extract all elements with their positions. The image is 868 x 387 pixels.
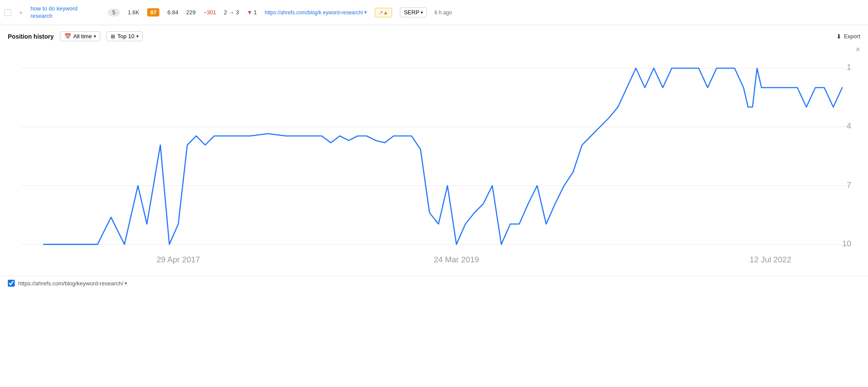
serp-button[interactable]: SERP ▾ (400, 7, 426, 17)
serp-caret-icon: ▾ (421, 10, 423, 15)
grid-icon: ⊞ (111, 33, 115, 40)
svg-text:7: 7 (847, 180, 851, 189)
bottom-url-caret-icon: ▾ (125, 281, 127, 286)
keyword-link[interactable]: how to do keyword research (30, 5, 100, 20)
close-button[interactable]: × (855, 46, 860, 53)
arrow-down-icon: ▼ (247, 9, 252, 16)
export-button[interactable]: ⬇ Export (836, 33, 860, 40)
export-icon: ⬇ (836, 33, 842, 40)
badge-number: 5 (108, 9, 120, 17)
alltime-filter-button[interactable]: 📅 All time ▾ (60, 31, 101, 41)
trend-button[interactable]: ↗▲ (375, 8, 392, 17)
row-checkbox[interactable] (4, 9, 11, 16)
chart-container: × 1 4 7 10 29 Apr 2017 24 Mar 2019 12 Ju… (8, 46, 860, 271)
bottom-url-text: https://ahrefs.com/blog/keyword-research… (18, 280, 123, 287)
bottom-url-link[interactable]: https://ahrefs.com/blog/keyword-research… (18, 280, 127, 287)
alltime-caret-icon: ▾ (94, 34, 96, 39)
url-checkbox[interactable] (8, 280, 15, 287)
position-change: −301 (203, 9, 216, 16)
position-history-title: Position history (8, 33, 54, 40)
url-link[interactable]: https://ahrefs.com/blog/k eyword-researc… (265, 10, 367, 16)
svg-text:4: 4 (847, 121, 851, 130)
trend-icon: ↗▲ (379, 10, 388, 16)
svg-text:29 Apr 2017: 29 Apr 2017 (156, 255, 200, 264)
kd-score: 87 (147, 8, 159, 17)
top10-filter-button[interactable]: ⊞ Top 10 ▾ (106, 31, 143, 41)
bottom-url-row: https://ahrefs.com/blog/keyword-research… (0, 276, 868, 292)
expand-plus[interactable]: + (19, 9, 23, 16)
svg-text:1: 1 (847, 63, 851, 72)
volume-value: 1.6K (128, 9, 139, 16)
svg-text:10: 10 (842, 239, 851, 248)
export-label: Export (844, 33, 860, 40)
cpc-value: 6.84 (167, 9, 178, 16)
time-ago: 6 h ago (435, 10, 452, 16)
position-history-header: Position history 📅 All time ▾ ⊞ Top 10 ▾… (0, 25, 868, 46)
calendar-icon: 📅 (64, 33, 71, 40)
svg-text:24 Mar 2019: 24 Mar 2019 (434, 255, 479, 264)
svg-text:12 Jul 2022: 12 Jul 2022 (749, 255, 791, 264)
top10-caret-icon: ▾ (136, 34, 139, 39)
position-history-chart: 1 4 7 10 29 Apr 2017 24 Mar 2019 12 Jul … (8, 46, 860, 271)
top10-label: Top 10 (117, 33, 134, 40)
traffic-value: 229 (186, 9, 196, 16)
position-range: 2 → 3 (224, 9, 239, 16)
alltime-label: All time (73, 33, 92, 40)
arrow-val: 1 (254, 9, 257, 16)
keyword-row: + how to do keyword research 5 1.6K 87 6… (0, 0, 868, 25)
serp-label: SERP (404, 9, 419, 16)
